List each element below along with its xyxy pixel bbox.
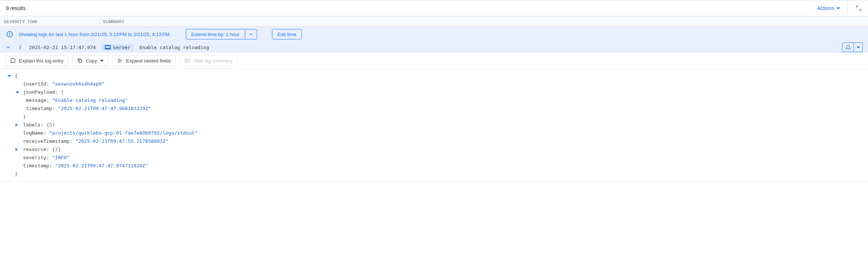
- chip-label: server: [113, 45, 130, 50]
- json-value[interactable]: "projects/qwiklabs-gcp-01-fae7e80b9792/l…: [49, 129, 197, 137]
- json-value[interactable]: "Enable catalog reloading": [52, 96, 128, 104]
- json-key[interactable]: severity:: [23, 154, 49, 162]
- svg-rect-3: [79, 60, 82, 62]
- json-value[interactable]: "sevwvovk6s4h4ap9": [52, 80, 104, 88]
- svg-point-2: [10, 32, 10, 33]
- json-key[interactable]: timestamp:: [23, 162, 52, 170]
- header-severity: SEVERITY: [0, 19, 24, 24]
- json-key[interactable]: labels:: [23, 121, 43, 129]
- alert-dropdown[interactable]: [854, 42, 863, 52]
- brace-close: }: [23, 113, 26, 121]
- expand-icon[interactable]: [16, 123, 21, 127]
- copy-button[interactable]: Copy: [72, 55, 108, 66]
- json-key[interactable]: insertId:: [23, 80, 49, 88]
- alert-button[interactable]: [842, 42, 854, 52]
- chevron-down-icon: [836, 7, 840, 9]
- header-summary: SUMMARY: [99, 19, 868, 24]
- expand-label: Expand nested fields: [126, 58, 171, 64]
- brace-close: }: [15, 170, 18, 178]
- json-key[interactable]: message:: [26, 96, 49, 104]
- collapse-icon[interactable]: [7, 75, 13, 77]
- chevron-down-icon: [100, 60, 104, 62]
- json-value[interactable]: "2025-02-21T09:47:55.217838893Z": [75, 137, 168, 145]
- json-value[interactable]: "2025-02-21T09:47:47.974711820Z": [55, 162, 148, 170]
- time-range-banner: Showing logs for last 1 hour from 2/21/2…: [0, 27, 868, 42]
- extend-time-group: Extend time by: 1 hour: [186, 29, 257, 39]
- hide-label: Hide log summary: [193, 58, 232, 64]
- results-bar: 9 results Actions: [0, 0, 868, 16]
- hide-summary-button: Hide log summary: [179, 55, 237, 66]
- json-key[interactable]: jsonPayload:: [23, 88, 58, 96]
- json-key[interactable]: receiveTimestamp:: [23, 137, 72, 145]
- collapse-icon[interactable]: [16, 91, 21, 93]
- table-header: SEVERITY TIME SUMMARY: [0, 16, 868, 27]
- fullscreen-icon[interactable]: [855, 5, 862, 12]
- row-actions: [842, 42, 863, 52]
- chevron-down-icon: [856, 46, 860, 48]
- json-key[interactable]: timestamp:: [26, 104, 55, 113]
- json-count: {2}: [52, 145, 61, 154]
- header-time: TIME: [24, 19, 99, 24]
- copy-label: Copy: [86, 58, 97, 64]
- json-payload-view: { insertId: "sevwvovk6s4h4ap9" jsonPaylo…: [0, 69, 868, 181]
- json-key[interactable]: logName:: [23, 129, 46, 137]
- log-message: Enable catalog reloading: [139, 45, 209, 50]
- actions-label: Actions: [817, 5, 834, 11]
- extend-time-button[interactable]: Extend time by: 1 hour: [186, 29, 245, 39]
- resource-chip[interactable]: server: [102, 44, 133, 51]
- log-timestamp: 2025-02-21 15:17:47.974: [29, 45, 96, 50]
- explain-button[interactable]: Explain this log entry: [5, 55, 68, 66]
- actions-dropdown[interactable]: Actions: [817, 5, 840, 11]
- divider: [848, 3, 848, 13]
- json-value[interactable]: "2025-02-21T09:47:47.968183229Z": [58, 104, 151, 113]
- json-key[interactable]: resource:: [23, 145, 49, 154]
- server-icon: [105, 45, 111, 49]
- chevron-down-icon[interactable]: [5, 44, 11, 50]
- extend-time-dropdown[interactable]: [245, 29, 257, 39]
- svg-rect-7: [185, 59, 190, 62]
- log-entry-row[interactable]: i 2025-02-21 15:17:47.974 server Enable …: [0, 42, 868, 53]
- explain-label: Explain this log entry: [19, 58, 64, 64]
- expand-fields-button[interactable]: Expand nested fields: [112, 55, 176, 66]
- top-right-controls: Actions: [817, 3, 862, 13]
- edit-time-button[interactable]: Edit time: [272, 29, 302, 39]
- severity-info-icon: i: [17, 44, 23, 51]
- json-value[interactable]: "INFO": [52, 154, 69, 162]
- brace-open: {: [15, 72, 18, 80]
- info-icon: [6, 30, 13, 38]
- results-count: 9 results: [6, 5, 26, 11]
- time-range-text: Showing logs for last 1 hour from 2/21/2…: [19, 32, 171, 37]
- entry-action-bar: Explain this log entry Copy Expand neste…: [0, 53, 868, 69]
- json-count: {5}: [46, 121, 55, 129]
- expand-icon[interactable]: [16, 148, 21, 151]
